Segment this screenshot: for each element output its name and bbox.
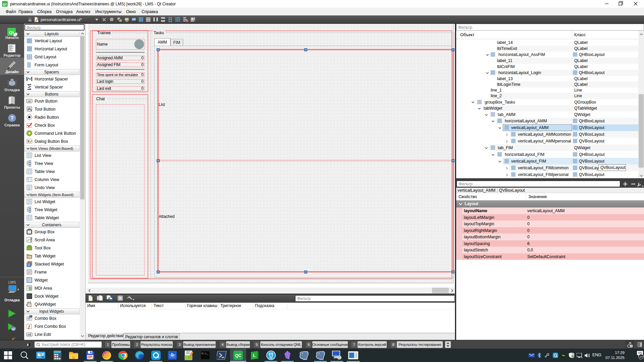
svg-text:51: 51 (92, 357, 94, 359)
svg-text:C:\_: C:\_ (202, 352, 208, 355)
svg-text:OK: OK (28, 100, 31, 103)
svg-text:b: b (171, 352, 173, 357)
svg-text:123: 123 (132, 18, 136, 20)
svg-text:L: L (253, 353, 256, 358)
svg-text:?: ? (10, 115, 14, 121)
svg-text:QC: QC (235, 353, 241, 358)
svg-text:QC: QC (3, 3, 7, 6)
svg-text:AB: AB (27, 333, 31, 336)
svg-text:Qt: Qt (9, 30, 14, 35)
